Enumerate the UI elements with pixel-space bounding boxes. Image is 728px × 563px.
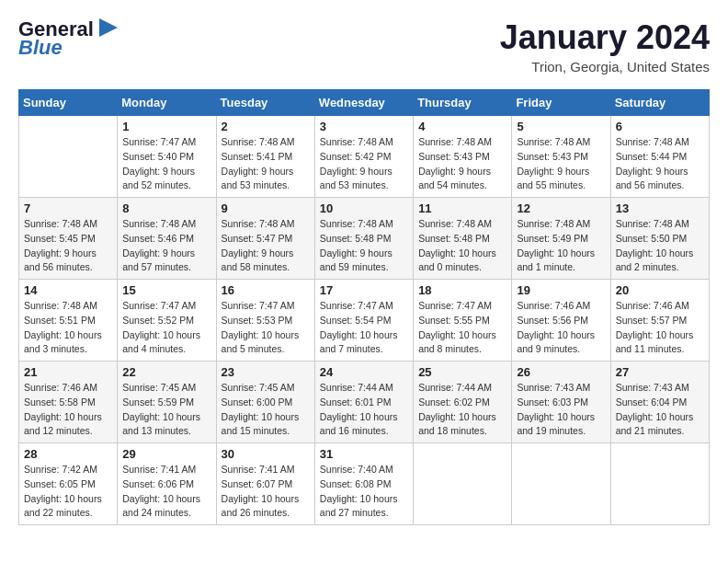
calendar-cell: 4Sunrise: 7:48 AMSunset: 5:43 PMDaylight… xyxy=(414,116,512,198)
page-header: General Blue January 2024 Trion, Georgia… xyxy=(18,18,710,75)
calendar-week-row: 28Sunrise: 7:42 AMSunset: 6:05 PMDayligh… xyxy=(19,443,710,525)
day-number: 13 xyxy=(616,201,704,215)
day-info: Sunrise: 7:47 AMSunset: 5:54 PMDaylight:… xyxy=(320,299,408,357)
calendar-cell: 28Sunrise: 7:42 AMSunset: 6:05 PMDayligh… xyxy=(19,443,118,525)
month-title: January 2024 xyxy=(500,18,710,57)
calendar-cell: 26Sunrise: 7:43 AMSunset: 6:03 PMDayligh… xyxy=(512,362,610,443)
calendar-table: SundayMondayTuesdayWednesdayThursdayFrid… xyxy=(18,89,710,525)
day-number: 14 xyxy=(24,283,112,297)
calendar-cell: 20Sunrise: 7:46 AMSunset: 5:57 PMDayligh… xyxy=(610,280,709,362)
day-info: Sunrise: 7:46 AMSunset: 5:57 PMDaylight:… xyxy=(616,299,704,357)
calendar-week-row: 14Sunrise: 7:48 AMSunset: 5:51 PMDayligh… xyxy=(19,280,710,362)
logo-blue-text: Blue xyxy=(18,37,63,59)
calendar-cell: 17Sunrise: 7:47 AMSunset: 5:54 PMDayligh… xyxy=(314,280,413,362)
day-info: Sunrise: 7:47 AMSunset: 5:52 PMDaylight:… xyxy=(122,299,210,357)
day-info: Sunrise: 7:48 AMSunset: 5:41 PMDaylight:… xyxy=(222,135,310,193)
day-info: Sunrise: 7:48 AMSunset: 5:47 PMDaylight:… xyxy=(222,217,310,275)
calendar-cell: 29Sunrise: 7:41 AMSunset: 6:06 PMDayligh… xyxy=(118,443,216,525)
calendar-cell: 19Sunrise: 7:46 AMSunset: 5:56 PMDayligh… xyxy=(512,280,610,362)
calendar-cell: 27Sunrise: 7:43 AMSunset: 6:04 PMDayligh… xyxy=(610,362,709,443)
weekday-header: Sunday xyxy=(19,90,118,116)
calendar-cell: 12Sunrise: 7:48 AMSunset: 5:49 PMDayligh… xyxy=(512,198,610,280)
day-number: 6 xyxy=(616,120,704,133)
logo-arrow-icon xyxy=(96,15,121,40)
day-number: 10 xyxy=(320,201,408,215)
calendar-cell: 5Sunrise: 7:48 AMSunset: 5:43 PMDaylight… xyxy=(512,116,610,198)
calendar-cell: 15Sunrise: 7:47 AMSunset: 5:52 PMDayligh… xyxy=(118,280,216,362)
day-number: 23 xyxy=(222,365,310,379)
calendar-cell: 31Sunrise: 7:40 AMSunset: 6:08 PMDayligh… xyxy=(314,443,413,525)
day-number: 3 xyxy=(320,120,408,133)
day-number: 12 xyxy=(517,201,605,215)
day-number: 28 xyxy=(24,447,112,461)
calendar-cell: 6Sunrise: 7:48 AMSunset: 5:44 PMDaylight… xyxy=(610,116,709,198)
day-info: Sunrise: 7:48 AMSunset: 5:48 PMDaylight:… xyxy=(418,217,506,275)
day-info: Sunrise: 7:48 AMSunset: 5:46 PMDaylight:… xyxy=(122,217,210,275)
day-number: 8 xyxy=(122,201,210,215)
calendar-cell: 16Sunrise: 7:47 AMSunset: 5:53 PMDayligh… xyxy=(216,280,314,362)
day-info: Sunrise: 7:43 AMSunset: 6:04 PMDaylight:… xyxy=(616,381,704,439)
day-info: Sunrise: 7:45 AMSunset: 5:59 PMDaylight:… xyxy=(122,381,210,439)
calendar-cell: 11Sunrise: 7:48 AMSunset: 5:48 PMDayligh… xyxy=(414,198,512,280)
day-number: 30 xyxy=(222,447,310,461)
day-number: 29 xyxy=(122,447,210,461)
calendar-header-row: SundayMondayTuesdayWednesdayThursdayFrid… xyxy=(19,90,710,116)
title-block: January 2024 Trion, Georgia, United Stat… xyxy=(500,18,710,75)
day-number: 17 xyxy=(320,283,408,297)
calendar-cell: 23Sunrise: 7:45 AMSunset: 6:00 PMDayligh… xyxy=(216,362,314,443)
day-number: 19 xyxy=(517,283,605,297)
calendar-cell: 2Sunrise: 7:48 AMSunset: 5:41 PMDaylight… xyxy=(216,116,314,198)
day-number: 22 xyxy=(122,365,210,379)
day-info: Sunrise: 7:47 AMSunset: 5:53 PMDaylight:… xyxy=(222,299,310,357)
day-info: Sunrise: 7:48 AMSunset: 5:45 PMDaylight:… xyxy=(24,217,112,275)
calendar-cell: 7Sunrise: 7:48 AMSunset: 5:45 PMDaylight… xyxy=(19,198,118,280)
day-info: Sunrise: 7:45 AMSunset: 6:00 PMDaylight:… xyxy=(222,381,310,439)
calendar-cell: 25Sunrise: 7:44 AMSunset: 6:02 PMDayligh… xyxy=(414,362,512,443)
calendar-week-row: 7Sunrise: 7:48 AMSunset: 5:45 PMDaylight… xyxy=(19,198,710,280)
calendar-cell: 13Sunrise: 7:48 AMSunset: 5:50 PMDayligh… xyxy=(610,198,709,280)
location: Trion, Georgia, United States xyxy=(500,59,710,75)
day-info: Sunrise: 7:48 AMSunset: 5:44 PMDaylight:… xyxy=(616,135,704,193)
day-info: Sunrise: 7:48 AMSunset: 5:43 PMDaylight:… xyxy=(418,135,506,193)
calendar-cell: 9Sunrise: 7:48 AMSunset: 5:47 PMDaylight… xyxy=(216,198,314,280)
weekday-header: Monday xyxy=(118,90,216,116)
day-info: Sunrise: 7:48 AMSunset: 5:49 PMDaylight:… xyxy=(517,217,605,275)
calendar-cell: 18Sunrise: 7:47 AMSunset: 5:55 PMDayligh… xyxy=(414,280,512,362)
calendar-cell: 30Sunrise: 7:41 AMSunset: 6:07 PMDayligh… xyxy=(216,443,314,525)
day-number: 4 xyxy=(418,120,506,133)
weekday-header: Tuesday xyxy=(216,90,314,116)
calendar-cell xyxy=(512,443,610,525)
day-info: Sunrise: 7:40 AMSunset: 6:08 PMDaylight:… xyxy=(320,463,408,521)
logo: General Blue xyxy=(18,18,121,59)
day-info: Sunrise: 7:48 AMSunset: 5:50 PMDaylight:… xyxy=(616,217,704,275)
day-number: 2 xyxy=(222,120,310,133)
calendar-cell: 10Sunrise: 7:48 AMSunset: 5:48 PMDayligh… xyxy=(314,198,413,280)
day-number: 21 xyxy=(24,365,112,379)
weekday-header: Saturday xyxy=(610,90,709,116)
calendar-cell xyxy=(610,443,709,525)
calendar-cell: 22Sunrise: 7:45 AMSunset: 5:59 PMDayligh… xyxy=(118,362,216,443)
calendar-cell: 3Sunrise: 7:48 AMSunset: 5:42 PMDaylight… xyxy=(314,116,413,198)
day-info: Sunrise: 7:43 AMSunset: 6:03 PMDaylight:… xyxy=(517,381,605,439)
weekday-header: Wednesday xyxy=(314,90,413,116)
day-info: Sunrise: 7:42 AMSunset: 6:05 PMDaylight:… xyxy=(24,463,112,521)
weekday-header: Thursday xyxy=(414,90,512,116)
calendar-cell xyxy=(19,116,118,198)
day-info: Sunrise: 7:44 AMSunset: 6:01 PMDaylight:… xyxy=(320,381,408,439)
day-info: Sunrise: 7:47 AMSunset: 5:55 PMDaylight:… xyxy=(418,299,506,357)
day-number: 7 xyxy=(24,201,112,215)
calendar-cell: 14Sunrise: 7:48 AMSunset: 5:51 PMDayligh… xyxy=(19,280,118,362)
day-number: 11 xyxy=(418,201,506,215)
svg-marker-0 xyxy=(99,18,118,37)
day-info: Sunrise: 7:41 AMSunset: 6:06 PMDaylight:… xyxy=(122,463,210,521)
day-info: Sunrise: 7:48 AMSunset: 5:42 PMDaylight:… xyxy=(320,135,408,193)
day-info: Sunrise: 7:46 AMSunset: 5:56 PMDaylight:… xyxy=(517,299,605,357)
weekday-header: Friday xyxy=(512,90,610,116)
day-number: 26 xyxy=(517,365,605,379)
day-info: Sunrise: 7:46 AMSunset: 5:58 PMDaylight:… xyxy=(24,381,112,439)
day-info: Sunrise: 7:48 AMSunset: 5:51 PMDaylight:… xyxy=(24,299,112,357)
calendar-week-row: 21Sunrise: 7:46 AMSunset: 5:58 PMDayligh… xyxy=(19,362,710,443)
day-number: 18 xyxy=(418,283,506,297)
day-number: 9 xyxy=(222,201,310,215)
calendar-cell: 24Sunrise: 7:44 AMSunset: 6:01 PMDayligh… xyxy=(314,362,413,443)
